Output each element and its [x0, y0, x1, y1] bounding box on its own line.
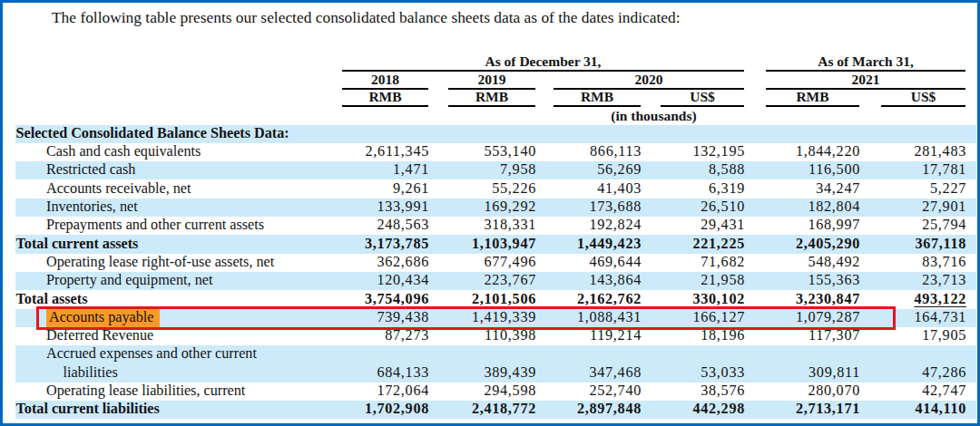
cell-2018-rmb: 172,064	[311, 383, 429, 402]
table-row: Accrued expenses and other currentliabil…	[15, 345, 976, 382]
cell-2018-rmb: 739,438	[311, 310, 429, 328]
cell-2020-usd	[627, 126, 745, 144]
column-year-2021: 2021	[766, 71, 965, 89]
underlined-value: 330,102	[692, 291, 745, 307]
column-unit-2018-rmb: RMB	[342, 88, 428, 106]
cell-2021-rmb: 155,363	[742, 273, 860, 291]
cell-2020-usd: 21,958	[627, 273, 745, 291]
column-unit-2020-rmb: RMB	[554, 88, 641, 106]
cell-2019-rmb: 389,439	[418, 365, 536, 383]
cell-2019-rmb: 294,598	[418, 383, 536, 402]
cell-2020-usd: 330,102	[627, 292, 745, 310]
cell-2020-usd: 53,033	[627, 365, 745, 383]
cell-2021-usd: 27,901	[848, 199, 966, 218]
cell-2020-usd: 38,576	[627, 383, 745, 402]
table-row: Inventories, net 133,991 169,292 173,688…	[15, 198, 976, 217]
table-row: Prepayments and other current assets 248…	[15, 217, 976, 235]
cell-2018-rmb: 2,611,345	[311, 144, 429, 162]
cell-2020-usd: 132,195	[627, 144, 745, 162]
cell-2019-rmb: 553,140	[418, 144, 536, 162]
cell-2020-usd: 71,682	[627, 255, 745, 273]
cell-2018-rmb: 3,173,785	[311, 237, 429, 255]
cell-2021-rmb: 3,230,847	[742, 292, 860, 310]
table-row: Operating lease right-of-use assets, net…	[15, 254, 976, 272]
cell-2020-rmb: 866,113	[524, 144, 642, 162]
cell-2020-usd: 6,319	[627, 181, 745, 199]
column-year-2020: 2020	[554, 71, 744, 89]
highlighted-text: Accounts payable	[46, 308, 160, 327]
cell-2020-usd: 18,196	[627, 328, 745, 346]
cell-2021-rmb: 2,405,290	[742, 237, 860, 255]
row-label-line: Accrued expenses and other current	[15, 346, 976, 364]
column-year-2018: 2018	[342, 71, 428, 89]
cell-2018-rmb: 362,686	[311, 255, 429, 273]
cell-2019-rmb: 318,331	[418, 218, 536, 236]
cell-2020-rmb: 1,449,423	[524, 237, 642, 255]
table-row: Deferred Revenue 87,273 110,398 119,214 …	[15, 327, 976, 345]
cell-2021-usd: 17,905	[848, 328, 966, 346]
table-row: Selected Consolidated Balance Sheets Dat…	[15, 125, 976, 143]
cell-2020-rmb: 56,269	[524, 162, 642, 180]
cell-2021-rmb: 1,844,220	[742, 144, 860, 162]
table-row: Total current liabilities 1,702,908 2,41…	[15, 401, 976, 419]
cell-2019-rmb: 677,496	[418, 255, 536, 273]
cell-2021-usd: 5,227	[848, 181, 966, 199]
cell-2019-rmb: 7,958	[418, 162, 536, 180]
table-row: Accounts payable 739,438 1,419,339 1,088…	[15, 309, 976, 327]
cell-2018-rmb: 9,261	[311, 181, 429, 199]
cell-2020-rmb: 2,897,848	[524, 402, 642, 420]
cell-2019-rmb: 1,419,339	[418, 310, 536, 328]
cell-2020-usd: 221,225	[627, 237, 745, 255]
cell-2018-rmb: 1,471	[311, 162, 429, 180]
cell-2021-rmb: 34,247	[742, 181, 860, 199]
cell-2020-rmb: 1,088,431	[524, 310, 642, 328]
cell-2020-rmb: 347,468	[524, 365, 642, 383]
cell-2020-usd: 8,588	[627, 162, 745, 180]
cell-2020-rmb: 192,824	[524, 218, 642, 236]
cell-2018-rmb	[311, 126, 429, 144]
cell-2019-rmb: 169,292	[418, 199, 536, 218]
column-unit-2019-rmb: RMB	[448, 88, 535, 106]
cell-2018-rmb: 248,563	[311, 218, 429, 236]
cell-2021-usd: 83,716	[848, 255, 966, 273]
cell-2021-usd: 25,794	[848, 218, 966, 236]
cell-2018-rmb: 133,991	[311, 199, 429, 218]
cell-2021-rmb: 1,079,287	[742, 310, 860, 328]
cell-2019-rmb: 55,226	[418, 181, 536, 199]
table-row: Cash and cash equivalents 2,611,345 553,…	[15, 143, 976, 161]
cell-2021-usd: 414,110	[848, 402, 966, 420]
table-row: Property and equipment, net 120,434 223,…	[15, 272, 976, 290]
table-row: Restricted cash 1,471 7,958 56,269 8,588…	[15, 161, 976, 179]
column-unit-2020-usd: US$	[661, 88, 744, 106]
cell-2020-rmb: 173,688	[524, 199, 642, 218]
scale-note: (in thousands)	[342, 107, 965, 125]
cell-2021-usd: 281,483	[848, 144, 966, 162]
cell-2020-usd: 29,431	[627, 218, 745, 236]
cell-2021-usd: 17,781	[848, 162, 966, 180]
column-group-december: As of December 31,	[342, 53, 744, 71]
cell-2020-rmb: 41,403	[524, 181, 642, 199]
cell-2021-rmb: 116,500	[742, 162, 860, 180]
cell-2021-usd: 23,713	[848, 273, 966, 291]
column-unit-2021-usd: US$	[881, 88, 965, 106]
cell-2020-rmb: 143,864	[524, 273, 642, 291]
cell-2021-usd: 367,118	[848, 237, 966, 255]
underlined-value: 493,122	[914, 291, 966, 307]
cell-2021-rmb: 548,492	[742, 255, 860, 273]
cell-2020-usd: 166,127	[627, 310, 745, 328]
cell-2021-rmb: 309,811	[742, 365, 860, 383]
column-unit-2021-rmb: RMB	[766, 88, 859, 106]
cell-2018-rmb: 3,754,096	[311, 292, 429, 310]
cell-2020-rmb: 469,644	[524, 255, 642, 273]
cell-2020-rmb: 119,214	[524, 328, 642, 346]
cell-2020-usd: 26,510	[627, 199, 745, 218]
cell-2021-usd: 42,747	[848, 383, 966, 402]
intro-paragraph: The following table presents our selecte…	[52, 8, 680, 26]
cell-2020-rmb: 2,162,762	[524, 292, 642, 310]
cell-2020-rmb: 252,740	[524, 383, 642, 402]
cell-2019-rmb	[418, 126, 536, 144]
table-row: Operating lease liabilities, current 172…	[15, 382, 976, 401]
table-row: Total assets 3,754,096 2,101,506 2,162,7…	[15, 290, 976, 308]
column-year-2019: 2019	[448, 71, 535, 89]
cell-2019-rmb: 2,101,506	[418, 292, 536, 310]
